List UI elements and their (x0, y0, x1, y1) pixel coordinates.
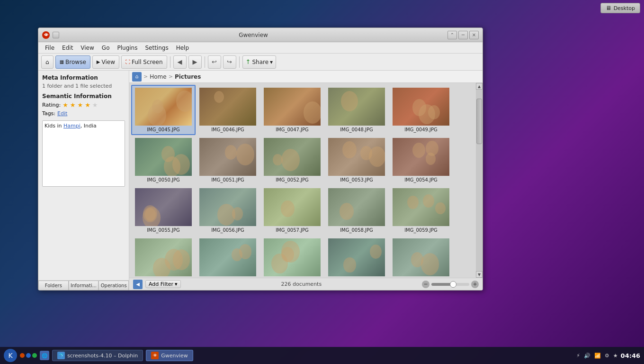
thumbnail-item[interactable]: IMG_0053.JPG (324, 135, 389, 185)
fullscreen-button[interactable]: ⛶ Full Screen (121, 55, 167, 69)
thumbnail-item[interactable]: IMG_0052.JPG (260, 135, 324, 185)
zoom-in-button[interactable]: + (471, 281, 479, 288)
thumbnail-label: IMG_0050.JPG (147, 177, 180, 182)
thumbnail-item[interactable]: IMG_0051.JPG (196, 135, 260, 185)
left-panel-tabs: Folders Informati... Operations (38, 280, 129, 290)
kde-menu-button[interactable]: K (4, 349, 17, 362)
scroll-up-arrow[interactable]: ▲ (476, 83, 483, 90)
tags-label: Tags: (42, 110, 55, 117)
thumbnail-item[interactable]: IMG_0049.JPG (389, 85, 453, 135)
thumbnail-label: IMG_0058.JPG (340, 228, 373, 233)
statusbar-back-btn[interactable]: ◀ (133, 280, 143, 289)
view-label: View (101, 59, 115, 65)
nav-back-button[interactable]: ◀ (173, 55, 187, 69)
menu-plugins[interactable]: Plugins (114, 44, 140, 52)
star-1[interactable]: ★ (63, 101, 68, 109)
gwenview-label: Gwenview (161, 353, 188, 359)
menu-help[interactable]: Help (173, 44, 192, 52)
star-2[interactable]: ★ (70, 101, 76, 109)
thumbnail-label: IMG_0054.JPG (404, 177, 438, 182)
titlebar-minimize[interactable]: − (458, 31, 468, 39)
thumbnail-item[interactable]: IMG_0045.JPG (131, 85, 196, 135)
breadcrumb-home-label[interactable]: Home (150, 73, 166, 80)
thumbnail-item[interactable]: IMG_0058.JPG (324, 185, 389, 236)
thumbnail-item[interactable]: IMG_0047.JPG (260, 85, 324, 135)
semantic-info-title: Semantic Information (42, 93, 125, 100)
scrollbar[interactable]: ▲ ▼ (476, 83, 483, 278)
add-filter-button[interactable]: Add Filter ▾ (145, 280, 181, 288)
scroll-down-arrow[interactable]: ▼ (476, 271, 483, 278)
thumbnail-item[interactable]: IMG_0054.JPG (389, 135, 453, 185)
thumbnail-item[interactable]: IMG_0061.JPG (196, 236, 260, 278)
toolbar: ⌂ ▦ Browse ▶ View ⛶ Full Screen ◀ ▶ ↩ ↪ (38, 54, 483, 71)
gwenview-taskbar-icon: 👁 (151, 352, 159, 359)
titlebar-close-btn[interactable] (53, 32, 59, 38)
star-3[interactable]: ★ (77, 101, 83, 109)
dot-3 (32, 353, 37, 358)
desktop-button[interactable]: 🖥 Desktop (600, 3, 640, 13)
thumbnail-label: IMG_0055.JPG (147, 228, 180, 233)
thumbnail-item[interactable]: IMG_0055.JPG (131, 185, 196, 236)
thumbnail-image (328, 88, 385, 126)
dolphin-label: screenshots-4.10 – Dolphin (67, 353, 138, 359)
view-button[interactable]: ▶ View (92, 55, 119, 69)
star-4[interactable]: ★ (85, 101, 90, 109)
thumbnail-item[interactable]: IMG_0060.JPG (131, 236, 196, 278)
thumbnail-item[interactable]: IMG_0059.JPG (389, 185, 453, 236)
taskbar-web-icon[interactable]: 🌐 (40, 351, 49, 360)
scroll-thumb[interactable] (476, 99, 482, 144)
description-textarea[interactable]: Kids in Hampi, India (42, 120, 125, 187)
nav-forward-button[interactable]: ▶ (188, 55, 202, 69)
thumbnail-item[interactable]: IMG_0063.JPG (324, 236, 389, 278)
zoom-out-button[interactable]: − (422, 281, 429, 288)
tab-folders[interactable]: Folders (38, 281, 69, 290)
thumbnail-image (264, 88, 321, 126)
thumbnail-item[interactable]: IMG_0050.JPG (131, 135, 196, 185)
menu-edit[interactable]: Edit (59, 44, 76, 52)
redo-button[interactable]: ↪ (223, 55, 236, 69)
tags-edit-link[interactable]: Edit (57, 110, 67, 117)
nav-forward-icon: ▶ (193, 58, 197, 65)
tab-information[interactable]: Informati... (69, 281, 99, 290)
taskbar-clock: 04:46 (621, 352, 640, 359)
browse-button[interactable]: ▦ Browse (55, 55, 90, 69)
breadcrumb-sep-2: > (169, 73, 173, 80)
hampi-link[interactable]: Hampi (63, 123, 80, 129)
menu-file[interactable]: File (42, 44, 57, 52)
menu-settings[interactable]: Settings (142, 44, 171, 52)
breadcrumb-bar: ⌂ > Home > Pictures (129, 71, 483, 83)
share-button[interactable]: ↑ Share ▾ (242, 55, 277, 69)
thumbnail-item[interactable]: IMG_0057.JPG (260, 185, 324, 236)
thumbnail-item[interactable]: IMG_0062.JPG (260, 236, 324, 278)
menu-view[interactable]: View (78, 44, 97, 52)
star-5[interactable]: ★ (92, 101, 98, 109)
thumbnail-label: IMG_0046.JPG (211, 127, 244, 132)
scroll-thumb-area[interactable] (476, 90, 483, 271)
thumbnail-item[interactable]: IMG_0046.JPG (196, 85, 260, 135)
tab-operations[interactable]: Operations (98, 281, 129, 290)
home-button[interactable]: ⌂ (41, 55, 54, 69)
zoom-slider[interactable] (431, 283, 469, 286)
thumbnail-image (264, 238, 321, 276)
taskbar-gwenview[interactable]: 👁 Gwenview (146, 350, 193, 361)
meta-info-sub: 1 folder and 1 file selected (42, 83, 125, 89)
breadcrumb-current[interactable]: Pictures (175, 73, 201, 80)
zoom-thumb[interactable] (450, 281, 456, 288)
statusbar-left: ◀ Add Filter ▾ (133, 280, 181, 289)
thumbnail-item[interactable]: IMG_0064.JPG (389, 236, 453, 278)
sys-icon-5: ★ (613, 353, 618, 359)
window-title: Gwenview (59, 32, 447, 38)
filter-dropdown-icon: ▾ (175, 281, 178, 287)
titlebar-scroll-up[interactable]: ⌃ (447, 31, 457, 39)
thumbnail-item[interactable]: IMG_0048.JPG (324, 85, 389, 135)
thumbnail-image (328, 188, 385, 226)
breadcrumb-home-icon[interactable]: ⌂ (132, 72, 142, 82)
taskbar-dolphin[interactable]: 🐬 screenshots-4.10 – Dolphin (52, 350, 143, 361)
undo-button[interactable]: ↩ (208, 55, 221, 69)
thumbnail-image (393, 238, 449, 276)
menu-go[interactable]: Go (99, 44, 113, 52)
titlebar-close[interactable]: × (469, 31, 479, 39)
undo-icon: ↩ (212, 58, 217, 65)
dolphin-icon: 🐬 (57, 352, 65, 359)
thumbnail-item[interactable]: IMG_0056.JPG (196, 185, 260, 236)
